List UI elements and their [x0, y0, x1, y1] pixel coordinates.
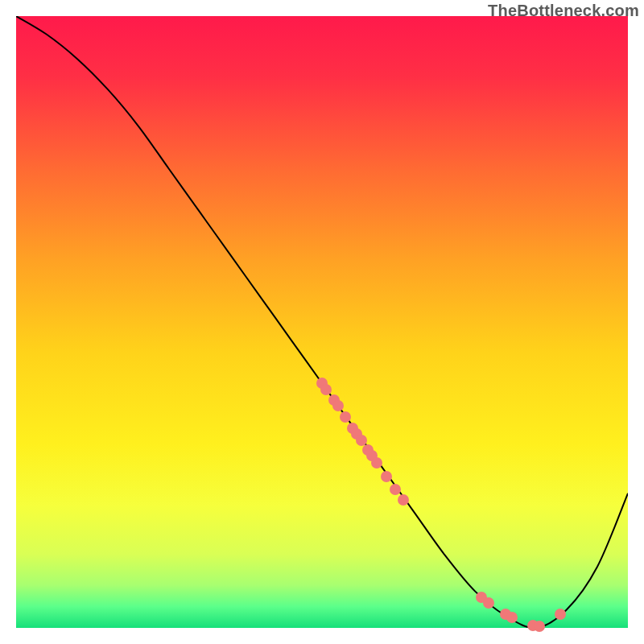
scatter-point: [534, 621, 545, 632]
scatter-point: [506, 612, 518, 623]
chart-container: TheBottleneck.com: [0, 0, 644, 644]
scatter-point: [340, 411, 351, 423]
scatter-point: [483, 597, 494, 609]
scatter-point: [320, 384, 332, 395]
plot-area: [16, 16, 628, 628]
heatmap-gradient: [16, 16, 628, 628]
scatter-point: [390, 484, 401, 495]
scatter-point: [332, 400, 344, 411]
scatter-point: [555, 609, 566, 620]
scatter-point: [381, 471, 392, 482]
scatter-point: [371, 457, 382, 469]
scatter-point: [398, 494, 409, 506]
